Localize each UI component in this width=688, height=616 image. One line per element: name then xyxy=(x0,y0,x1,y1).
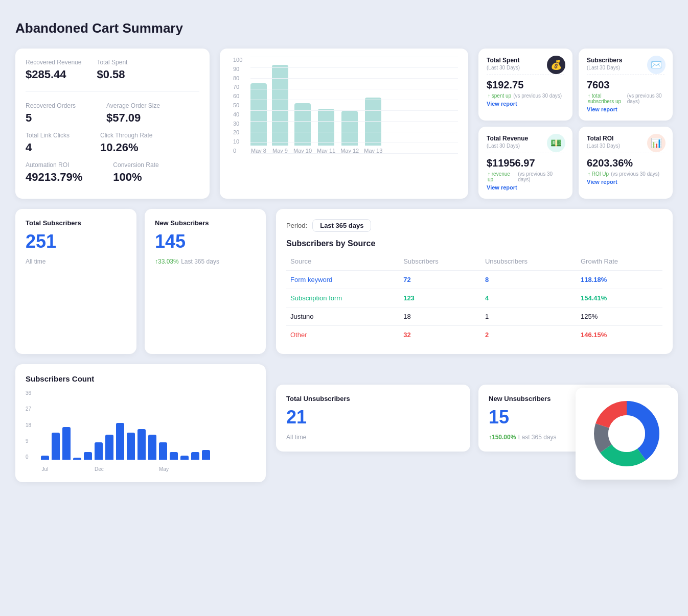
source-name-2: Justuno xyxy=(286,307,399,326)
source-panel: Period: Last 365 days Subscribers by Sou… xyxy=(276,209,673,354)
source-growth-1: 154.41% xyxy=(577,289,662,307)
kpi-icon-3: 📊 xyxy=(647,134,666,152)
sub-card-1: New Subscribers 145 ↑33.03% Last 365 day… xyxy=(145,209,266,354)
kpi-report-link-0[interactable]: View report xyxy=(487,101,564,107)
col-growth: Growth Rate xyxy=(577,254,662,271)
total-spent: Total Spent $0.58 xyxy=(97,59,127,81)
kpi-report-link-3[interactable]: View report xyxy=(587,179,664,185)
count-bar-3 xyxy=(73,458,81,460)
count-x-label-3 xyxy=(73,466,81,472)
donut-chart xyxy=(591,398,662,469)
kpi-value-2: $11956.97 xyxy=(487,157,564,169)
count-x-label-5: Dec xyxy=(95,466,103,472)
count-y-axis: 0 9 18 27 36 xyxy=(26,390,34,460)
subscribers-count-card: Subscribers Count 0 9 18 27 36 JulDecMay xyxy=(15,364,266,482)
period-label: Period: xyxy=(286,222,307,229)
count-bar-2 xyxy=(62,427,71,460)
recovered-revenue-label: Recovered Revenue xyxy=(26,59,81,66)
count-bar-1 xyxy=(52,433,60,460)
count-x-label-2 xyxy=(62,466,71,472)
period-bar: Period: Last 365 days xyxy=(286,219,662,232)
ctr-value: 10.26% xyxy=(100,141,153,154)
source-growth-2: 125% xyxy=(577,307,662,326)
col-source: Source xyxy=(286,254,399,271)
total-spent-value: $0.58 xyxy=(97,68,127,81)
count-x-label-15 xyxy=(202,466,210,472)
bar-chart-card: 0 10 20 30 40 50 60 70 80 90 100 May 8Ma… xyxy=(220,49,468,199)
count-x-label-13 xyxy=(180,466,189,472)
bar-group: May 12 xyxy=(340,111,359,154)
ctr-label: Click Through Rate xyxy=(100,132,153,139)
uc-label-0: Total Unsubscribers xyxy=(286,395,460,402)
sc-value-1: 145 xyxy=(155,231,256,252)
count-x-label-11: May xyxy=(159,466,167,472)
bar-label: May 13 xyxy=(364,148,382,154)
bar-group: May 8 xyxy=(250,83,267,154)
kpi-card-0: 💰 Total Spent (Last 30 Days) $192.75 ↑ s… xyxy=(478,49,572,121)
donut-chart-card xyxy=(576,388,678,480)
kpi-trend-3: ↑ ROI Up (vs previous 30 days) xyxy=(587,171,664,177)
count-bar-5 xyxy=(95,442,103,460)
bar-group: May 11 xyxy=(317,109,335,154)
source-growth-3: 146.15% xyxy=(577,326,662,344)
source-row-0: Form keyword 72 8 118.18% xyxy=(286,271,662,289)
count-bar-11 xyxy=(159,442,167,460)
count-bar-0 xyxy=(41,456,49,460)
kpi-icon-1: ✉️ xyxy=(647,56,666,74)
count-bar-13 xyxy=(180,456,189,460)
sc-value-0: 251 xyxy=(26,231,126,252)
kpi-icon-0: 💰 xyxy=(547,56,565,74)
sc-label-0: Total Subscribers xyxy=(26,219,126,227)
left-stats-card: Recovered Revenue $285.44 Total Spent $0… xyxy=(15,49,210,199)
count-x-label-10 xyxy=(148,466,156,472)
count-bar-15 xyxy=(202,450,210,460)
bar xyxy=(365,98,381,146)
conversion-rate-value: 100% xyxy=(113,171,158,184)
kpi-trend-1: ↑ total subscribers up (vs previous 30 d… xyxy=(587,93,664,104)
bar xyxy=(250,83,267,146)
kpi-value-1: 7603 xyxy=(587,79,664,91)
count-x-label-7 xyxy=(116,466,124,472)
automation-roi-value: 49213.79% xyxy=(26,171,82,184)
source-subs-1: 123 xyxy=(399,289,481,307)
recovered-orders: Recovered Orders 5 xyxy=(26,102,76,125)
source-row-1: Subscription form 123 4 154.41% xyxy=(286,289,662,307)
automation-roi-label: Automation ROI xyxy=(26,161,82,169)
source-name-1: Subscription form xyxy=(286,289,399,307)
bottom-row: Subscribers Count 0 9 18 27 36 JulDecMay… xyxy=(15,364,673,482)
source-subs-3: 32 xyxy=(399,326,481,344)
total-link-clicks-value: 4 xyxy=(26,141,70,154)
page-title: Abandoned Cart Summary xyxy=(15,20,673,36)
recovered-revenue-value: $285.44 xyxy=(26,68,81,81)
source-subs-2: 18 xyxy=(399,307,481,326)
period-button[interactable]: Last 365 days xyxy=(312,219,371,232)
bar-group: May 13 xyxy=(364,98,382,154)
subscriber-summary-cards: Total Subscribers 251 All time New Subsc… xyxy=(15,209,266,354)
count-x-labels: JulDecMay xyxy=(41,466,256,472)
avg-order-size-value: $57.09 xyxy=(106,111,160,125)
source-name-3: Other xyxy=(286,326,399,344)
count-bar-12 xyxy=(170,452,178,460)
count-bar-7 xyxy=(116,423,124,460)
sub-card-0: Total Subscribers 251 All time xyxy=(15,209,136,354)
svg-point-5 xyxy=(608,415,645,452)
kpi-card-1: ✉️ Subscribers (Last 30 Days) 7603 ↑ tot… xyxy=(579,49,673,121)
count-bars-container xyxy=(41,390,256,460)
source-unsubs-1: 4 xyxy=(481,289,577,307)
count-x-label-0: Jul xyxy=(41,466,49,472)
kpi-report-link-2[interactable]: View report xyxy=(487,184,564,191)
count-bar-9 xyxy=(137,429,146,460)
source-title: Subscribers by Source xyxy=(286,239,662,248)
bar-label: May 12 xyxy=(340,148,359,154)
count-x-label-9 xyxy=(137,466,146,472)
source-row-2: Justuno 18 1 125% xyxy=(286,307,662,326)
kpi-report-link-1[interactable]: View report xyxy=(587,106,664,112)
avg-order-size-label: Average Order Size xyxy=(106,102,160,109)
kpi-icon-2: 💵 xyxy=(547,134,565,152)
kpi-trend-0: ↑ spent up (vs previous 30 days) xyxy=(487,93,564,99)
source-unsubs-0: 8 xyxy=(481,271,577,289)
conversion-rate: Conversion Rate 100% xyxy=(113,161,158,184)
count-bar-10 xyxy=(148,435,156,460)
count-bar-8 xyxy=(127,433,135,460)
count-x-label-8 xyxy=(127,466,135,472)
